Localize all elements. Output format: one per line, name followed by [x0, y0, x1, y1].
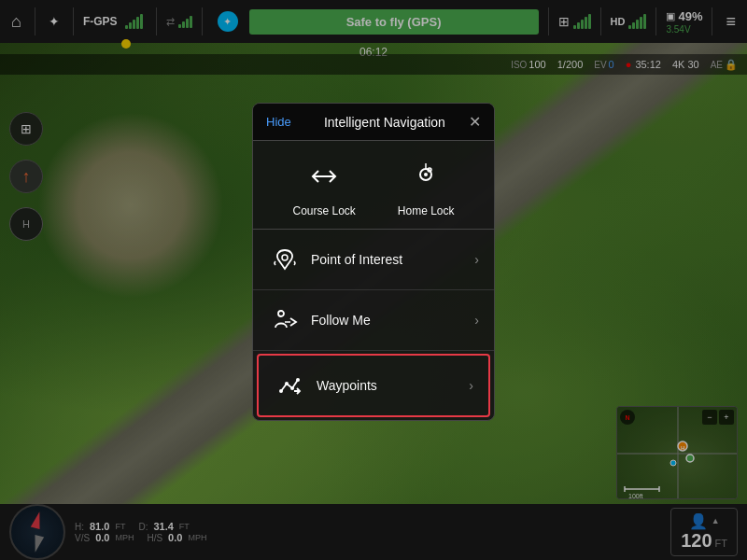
waypoints-arrow: ›: [469, 378, 473, 393]
follow-me-icon: [268, 303, 302, 337]
svg-point-10: [285, 382, 289, 385]
svg-point-6: [282, 255, 288, 260]
svg-point-11: [290, 386, 294, 390]
course-lock-icon: [303, 156, 345, 197]
follow-me-label: Follow Me: [311, 313, 474, 328]
svg-point-2: [424, 173, 428, 176]
svg-point-9: [279, 389, 283, 393]
poi-label: Point of Interest: [311, 252, 474, 267]
course-lock-button[interactable]: Course Lock: [292, 156, 355, 217]
poi-list-item[interactable]: Point of Interest ›: [253, 230, 494, 290]
course-lock-label: Course Lock: [292, 204, 355, 217]
waypoints-icon: [274, 369, 307, 402]
modal-hide-button[interactable]: Hide: [266, 115, 291, 129]
waypoints-list-item[interactable]: Waypoints ›: [257, 354, 490, 417]
modal-icon-row: Course Lock Home Lock: [253, 141, 494, 230]
home-lock-icon: [405, 156, 446, 197]
intelligent-navigation-modal: Hide Intelligent Navigation ✕ Course Loc…: [252, 103, 495, 421]
modal-header: Hide Intelligent Navigation ✕: [253, 104, 494, 141]
home-lock-button[interactable]: Home Lock: [398, 156, 455, 217]
follow-me-list-item[interactable]: Follow Me ›: [253, 290, 494, 351]
svg-point-12: [296, 378, 300, 382]
poi-arrow: ›: [474, 252, 479, 267]
poi-icon: [268, 243, 302, 276]
svg-point-5: [429, 169, 430, 171]
modal-close-button[interactable]: ✕: [469, 113, 481, 131]
waypoints-label: Waypoints: [317, 378, 469, 393]
home-lock-label: Home Lock: [398, 204, 455, 217]
follow-me-arrow: ›: [474, 313, 479, 328]
modal-title: Intelligent Navigation: [301, 115, 469, 130]
app-container: ⌂ ✦ F-GPS ⇄: [0, 0, 747, 560]
svg-point-7: [278, 311, 284, 316]
